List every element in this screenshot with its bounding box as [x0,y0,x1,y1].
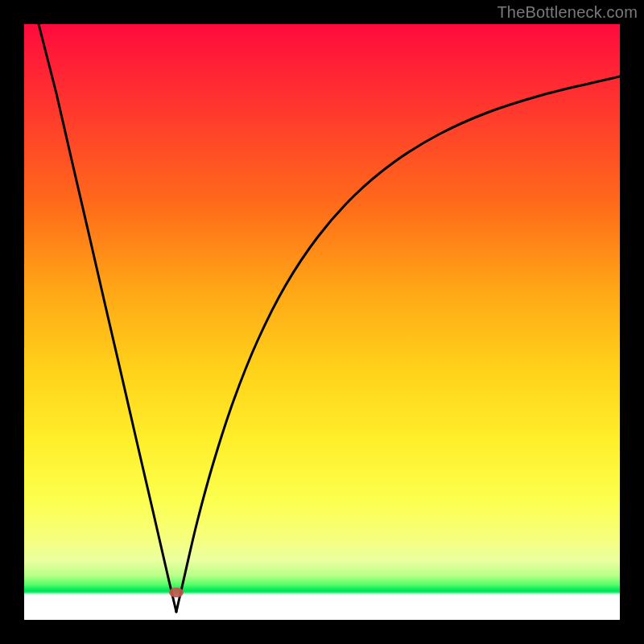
curve-svg [24,24,620,620]
watermark-text: TheBottleneck.com [497,3,638,22]
chart-frame: TheBottleneck.com [0,0,644,644]
plot-area [24,24,620,620]
curve-right-branch [176,76,620,612]
curve-left-branch [39,24,176,612]
vertex-marker [169,588,184,597]
